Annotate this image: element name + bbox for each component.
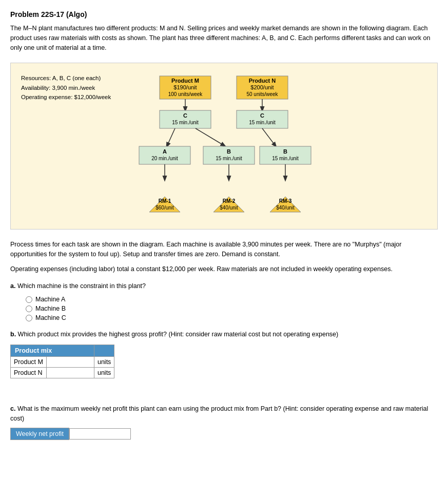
svg-text:$190/unit: $190/unit <box>173 84 197 90</box>
question-b-text: b. Which product mix provides the highes… <box>10 330 438 339</box>
svg-text:15 min./unit: 15 min./unit <box>216 156 242 161</box>
product-mix-table: Product mix Product M units Product N un… <box>10 345 114 378</box>
diagram-svg-area: Product M $190/unit 100 units/week Produ… <box>129 73 427 219</box>
svg-text:B: B <box>227 148 231 155</box>
svg-text:15 min./unit: 15 min./unit <box>272 156 299 161</box>
svg-text:C: C <box>260 112 264 119</box>
product-m-input[interactable] <box>50 358 91 366</box>
process-text-2: Operating expenses (including labor) tot… <box>10 264 438 274</box>
problem-title: Problem 22S-17 (Algo) <box>10 10 438 18</box>
svg-line-16 <box>167 128 175 145</box>
product-n-label: Product N <box>11 368 47 378</box>
radio-machine-c[interactable]: Machine C <box>26 314 438 321</box>
svg-text:C: C <box>183 112 187 119</box>
svg-text:$200/unit: $200/unit <box>250 84 274 90</box>
table-row-product-n: Product N units <box>11 368 114 378</box>
svg-text:$60/unit: $60/unit <box>155 205 174 211</box>
radio-machine-a[interactable]: Machine A <box>26 296 438 303</box>
radio-group-a: Machine A Machine B Machine C <box>26 296 438 321</box>
svg-text:100 units/week: 100 units/week <box>168 91 203 97</box>
svg-text:20 min./unit: 20 min./unit <box>151 156 178 161</box>
radio-machine-b[interactable]: Machine B <box>26 305 438 312</box>
diagram-container: Resources: A, B, C (one each) Availabili… <box>10 63 438 230</box>
net-profit-row: Weekly net profit <box>10 428 438 440</box>
product-n-input-cell[interactable] <box>46 368 94 378</box>
table-row-product-m: Product M units <box>11 357 114 368</box>
svg-text:$40/unit: $40/unit <box>276 205 295 211</box>
product-n-input[interactable] <box>50 369 91 376</box>
net-profit-input[interactable] <box>69 428 131 440</box>
question-c-text: c. What is the maximum weekly net profit… <box>10 404 438 424</box>
svg-text:RM-1: RM-1 <box>159 198 171 204</box>
process-diagram: Product M $190/unit 100 units/week Produ… <box>129 73 319 217</box>
product-mix-header: Product mix <box>11 345 94 357</box>
machine-b-label: Machine B <box>35 305 66 312</box>
product-m-label: Product M <box>11 357 47 368</box>
intro-text: The M–N plant manufactures two different… <box>10 24 438 52</box>
svg-text:A: A <box>163 148 167 155</box>
process-text-1: Process times for each task are shown in… <box>10 240 438 259</box>
svg-text:15 min./unit: 15 min./unit <box>249 120 276 125</box>
svg-line-17 <box>196 128 224 145</box>
svg-text:B: B <box>283 148 287 155</box>
svg-text:RM-2: RM-2 <box>223 198 236 204</box>
svg-line-18 <box>262 128 275 145</box>
svg-text:Product N: Product N <box>249 78 276 84</box>
product-m-input-cell[interactable] <box>46 357 94 368</box>
svg-text:15 min./unit: 15 min./unit <box>172 120 199 125</box>
resources-label: Resources: A, B, C (one each) Availabili… <box>21 73 119 102</box>
machine-c-label: Machine C <box>35 314 66 321</box>
net-profit-label: Weekly net profit <box>10 428 69 440</box>
question-a-text: a. Which machine is the constraint in th… <box>10 281 438 291</box>
machine-a-label: Machine A <box>35 296 65 303</box>
product-m-units: units <box>94 357 114 368</box>
svg-text:Product M: Product M <box>171 78 199 84</box>
product-n-units: units <box>94 368 114 378</box>
svg-text:50 units/week: 50 units/week <box>246 91 278 97</box>
svg-text:$40/unit: $40/unit <box>220 205 238 211</box>
svg-text:RM-3: RM-3 <box>279 198 292 204</box>
